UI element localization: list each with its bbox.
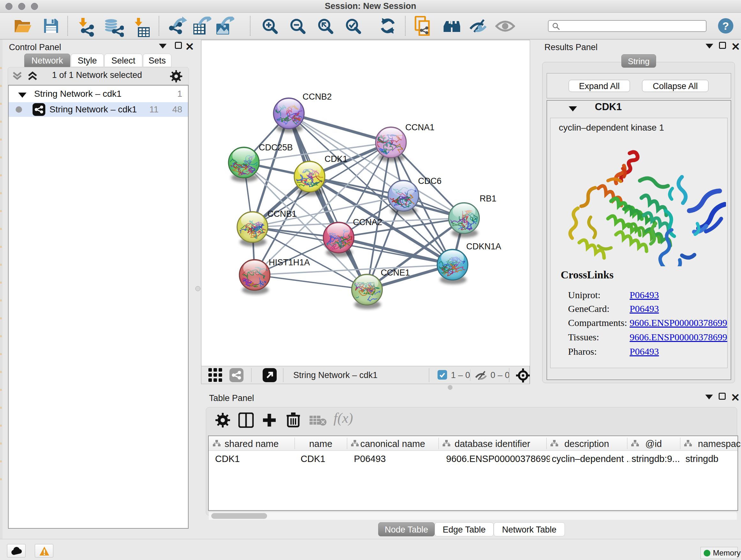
svg-text:CCNA2: CCNA2 xyxy=(353,217,382,227)
svg-text:CDKN1A: CDKN1A xyxy=(466,242,501,251)
svg-text:CCNA1: CCNA1 xyxy=(405,123,434,132)
svg-text:HIST1H1A: HIST1H1A xyxy=(269,258,310,267)
svg-text:CDC6: CDC6 xyxy=(418,176,442,186)
svg-text:CCNB2: CCNB2 xyxy=(302,92,332,102)
svg-text:CDK1: CDK1 xyxy=(325,154,347,164)
svg-text:CCNE1: CCNE1 xyxy=(381,268,410,277)
svg-text:CDC25B: CDC25B xyxy=(259,143,293,152)
svg-text:CCNB1: CCNB1 xyxy=(267,209,297,219)
svg-text:RB1: RB1 xyxy=(480,194,496,203)
